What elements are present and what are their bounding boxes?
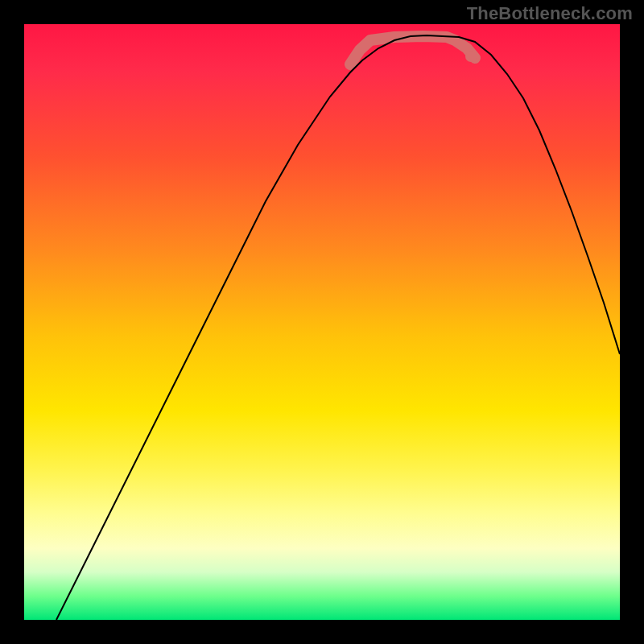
chart-frame: TheBottleneck.com — [0, 0, 644, 644]
plot-area — [24, 24, 620, 620]
optimum-marker-band — [350, 36, 477, 64]
curve-svg — [24, 24, 620, 620]
watermark-label: TheBottleneck.com — [467, 3, 633, 24]
bottleneck-curve — [56, 35, 620, 620]
optimum-marker-dot — [465, 51, 477, 62]
optimum-marker-path — [350, 36, 475, 64]
